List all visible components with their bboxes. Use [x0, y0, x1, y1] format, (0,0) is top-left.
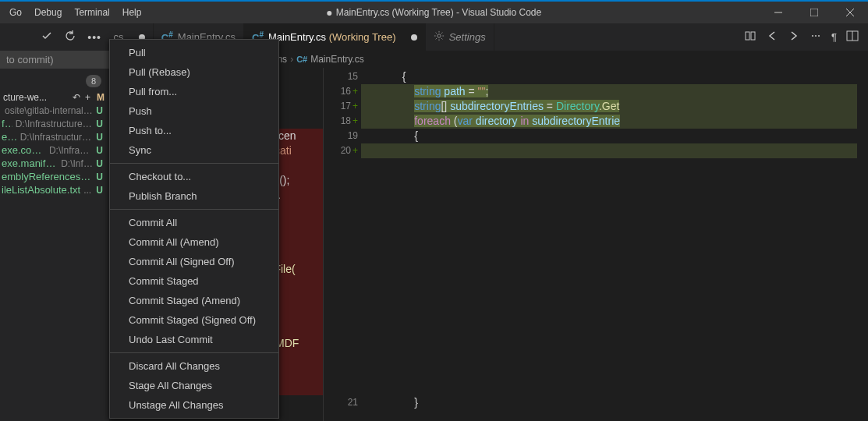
menu-go[interactable]: Go: [3, 4, 28, 21]
menu-discard-all[interactable]: Discard All Changes: [110, 356, 278, 376]
window-maximize-button[interactable]: [796, 2, 832, 23]
next-change-icon[interactable]: [788, 30, 800, 44]
file-row[interactable]: figD:\Infrastructure-...U: [0, 117, 109, 130]
file-row[interactable]: exe.configD:\Infrast...U: [0, 143, 109, 157]
stage-icon[interactable]: +: [85, 92, 90, 103]
breadcrumb-segment[interactable]: MainEntry.cs: [310, 54, 363, 65]
menu-unstage-all[interactable]: Unstage All Changes: [110, 395, 278, 415]
window-minimize-button[interactable]: [760, 2, 796, 23]
status-letter: M: [95, 92, 106, 103]
svg-point-9: [818, 35, 820, 37]
gear-icon: [434, 30, 445, 44]
line-gutter: 15 16+ 17+ 18+ 19 20+ 21: [324, 68, 361, 421]
csharp-file-icon: C#: [296, 55, 307, 64]
menu-push[interactable]: Push: [110, 101, 278, 121]
menu-commit-staged-amend[interactable]: Commit Staged (Amend): [110, 291, 278, 310]
menu-checkout-to[interactable]: Checkout to...: [110, 167, 278, 186]
modified-dot-icon: [411, 34, 417, 41]
scm-toolbar: •••: [0, 23, 109, 51]
menu-terminal[interactable]: Terminal: [68, 4, 115, 21]
scm-more-actions-menu: Pull Pull (Rebase) Pull from... Push Pus…: [109, 39, 279, 419]
title-bar: Go Debug Terminal Help MainEntry.cs (Wor…: [0, 0, 868, 23]
menu-bar: Go Debug Terminal Help: [0, 4, 147, 21]
menu-undo-last-commit[interactable]: Undo Last Commit: [110, 330, 278, 349]
menu-separator: [110, 163, 278, 164]
changes-header-label: cture-we...: [3, 92, 73, 103]
menu-commit-all-signed[interactable]: Commit All (Signed Off): [110, 252, 278, 271]
menu-publish-branch[interactable]: Publish Branch: [110, 186, 278, 206]
menu-pull[interactable]: Pull: [110, 43, 278, 62]
file-row[interactable]: osite\gitlab-internalt...U: [0, 104, 109, 117]
menu-commit-staged[interactable]: Commit Staged: [110, 271, 278, 291]
menu-pull-from[interactable]: Pull from...: [110, 82, 278, 101]
editor-actions: ¶: [735, 23, 868, 51]
changes-count-badge: 8: [86, 75, 101, 87]
menu-commit-staged-signed[interactable]: Commit Staged (Signed Off): [110, 310, 278, 330]
menu-commit-all-amend[interactable]: Commit All (Amend): [110, 232, 278, 252]
menu-commit-all[interactable]: Commit All: [110, 213, 278, 232]
more-actions-icon[interactable]: •••: [87, 31, 101, 44]
svg-rect-1: [810, 9, 818, 16]
svg-rect-5: [746, 32, 749, 40]
whitespace-icon[interactable]: [810, 30, 822, 44]
menu-pull-rebase[interactable]: Pull (Rebase): [110, 62, 278, 82]
window-title: MainEntry.cs (Working Tree) - Visual Stu…: [327, 7, 541, 18]
discard-icon[interactable]: ↶: [73, 92, 80, 103]
source-control-panel: ••• to commit) 8 cture-we... ↶ + M osite…: [0, 23, 109, 421]
window-close-button[interactable]: [832, 2, 868, 23]
changes-header[interactable]: cture-we... ↶ + M: [0, 90, 109, 104]
menu-push-to[interactable]: Push to...: [110, 121, 278, 140]
changes-list: osite\gitlab-internalt...U figD:\Infrast…: [0, 104, 109, 196]
modified-dot-icon: [327, 11, 331, 16]
menu-stage-all[interactable]: Stage All Changes: [110, 376, 278, 395]
refresh-icon[interactable]: [64, 30, 76, 44]
menu-sync[interactable]: Sync: [110, 140, 278, 160]
commit-check-icon[interactable]: [41, 30, 53, 44]
svg-point-8: [815, 35, 817, 37]
file-row[interactable]: ileListAbsolute.txt...U: [0, 183, 109, 196]
overview-ruler[interactable]: [857, 68, 868, 421]
svg-point-4: [438, 34, 441, 37]
menu-debug[interactable]: Debug: [28, 4, 68, 21]
menu-help[interactable]: Help: [116, 4, 148, 21]
file-row[interactable]: emblyReferencesIn...U: [0, 170, 109, 183]
split-editor-icon[interactable]: [846, 30, 859, 44]
menu-separator: [110, 209, 278, 210]
compare-icon[interactable]: [744, 30, 756, 44]
tab-settings[interactable]: Settings: [426, 23, 494, 51]
file-row[interactable]: exe.manifestD:\Infr...U: [0, 157, 109, 170]
svg-rect-6: [751, 32, 755, 40]
diff-modified-pane[interactable]: 15 16+ 17+ 18+ 19 20+ 21 {: [324, 68, 868, 421]
file-row[interactable]: exeD:\Infrastructure-...U: [0, 130, 109, 143]
chevron-right-icon: ›: [290, 54, 293, 65]
commit-message-input[interactable]: to commit): [0, 51, 109, 69]
svg-point-7: [812, 35, 813, 37]
menu-separator: [110, 352, 278, 353]
toggle-icon[interactable]: ¶: [831, 31, 837, 43]
prev-change-icon[interactable]: [766, 30, 778, 44]
